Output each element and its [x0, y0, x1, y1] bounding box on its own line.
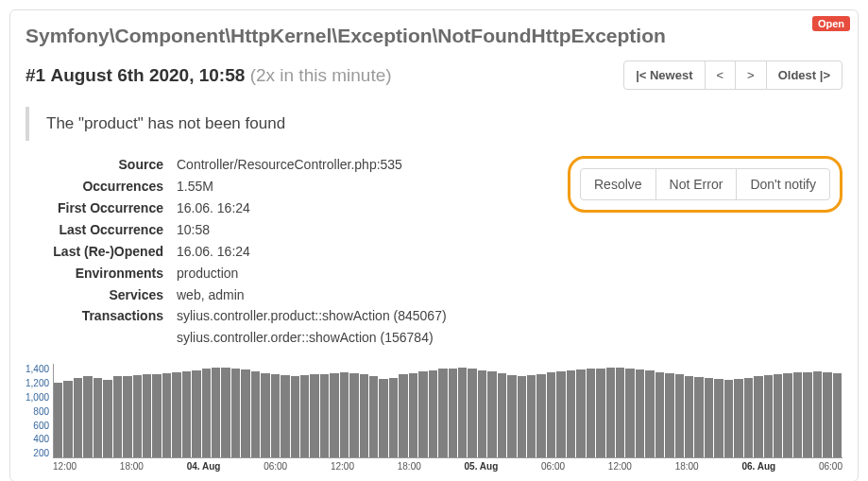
chart-y-axis: 1,4001,2001,000800600400200	[26, 364, 53, 458]
transactions-value-1: sylius.controller.product::showAction (8…	[177, 307, 447, 325]
y-tick: 400	[33, 434, 49, 444]
last-occurrence-value: 10:58	[177, 221, 210, 239]
chart-bar	[241, 369, 249, 457]
chart-bar	[527, 375, 536, 457]
x-tick: 04. Aug	[187, 461, 221, 472]
y-tick: 200	[33, 448, 49, 458]
chart-bar	[813, 371, 822, 457]
chart-bar	[547, 372, 555, 457]
chart-bar	[783, 373, 791, 457]
chart-bar	[587, 369, 595, 457]
x-tick: 18:00	[398, 461, 421, 472]
newest-button[interactable]: |< Newest	[623, 60, 705, 90]
chart-bar	[478, 370, 486, 457]
x-tick: 06:00	[264, 461, 287, 472]
chart-bar	[409, 373, 417, 457]
chart-bar	[625, 369, 634, 457]
source-label: Source	[26, 156, 177, 174]
chart-bar	[103, 380, 111, 458]
chart-bar	[143, 374, 151, 457]
chart-bar	[320, 374, 329, 457]
chart-bar	[429, 370, 437, 457]
chart-bar	[596, 369, 604, 457]
chart-bar	[418, 371, 427, 457]
transactions-value-2: sylius.controller.order::showAction (156…	[177, 329, 434, 347]
status-badge: Open	[812, 16, 850, 31]
chart-bar	[271, 374, 280, 457]
chart-bar	[152, 374, 161, 457]
detail-row: SourceController/ResourceController.php:…	[26, 156, 842, 351]
error-card: Open Symfony\Component\HttpKernel\Except…	[9, 9, 859, 481]
chart-bar	[694, 377, 703, 457]
chart-bar	[556, 371, 565, 457]
next-button[interactable]: >	[735, 60, 767, 90]
x-tick: 18:00	[120, 461, 144, 472]
chart-bar	[714, 379, 723, 457]
subhead-row: #1 August 6th 2020, 10:58 (2x in this mi…	[26, 60, 842, 90]
chart-bar	[300, 375, 309, 457]
chart-bar	[251, 371, 260, 457]
resolve-button[interactable]: Resolve	[580, 168, 656, 200]
occurrence-subhead: #1 August 6th 2020, 10:58 (2x in this mi…	[26, 65, 392, 86]
chart-bar	[74, 378, 82, 457]
chart-bar	[764, 375, 773, 457]
last-occurrence-label: Last Occurrence	[26, 221, 177, 239]
reopened-value: 16.06. 16:24	[177, 243, 250, 261]
source-value: Controller/ResourceController.php:535	[177, 156, 402, 174]
chart-bar	[63, 381, 72, 457]
first-occurrence-value: 16.06. 16:24	[177, 199, 250, 217]
chart-bar	[182, 371, 191, 457]
chart-bar	[754, 376, 762, 457]
dont-notify-button[interactable]: Don't notify	[736, 168, 830, 200]
y-tick: 1,000	[26, 392, 49, 403]
chart-bar	[310, 374, 318, 457]
chart-bar	[705, 378, 713, 457]
chart-bar	[498, 373, 506, 457]
x-tick: 06:00	[819, 461, 842, 472]
not-error-button[interactable]: Not Error	[655, 168, 738, 200]
exception-title: Symfony\Component\HttpKernel\Exception\N…	[26, 24, 842, 47]
y-tick: 1,400	[26, 364, 49, 374]
x-tick: 06:00	[541, 461, 565, 472]
chart-bar	[734, 379, 742, 457]
x-tick: 12:00	[53, 461, 77, 472]
x-tick: 12:00	[608, 461, 632, 472]
chart-bar	[536, 374, 545, 457]
chart-bar	[675, 374, 684, 457]
reopened-label: Last (Re-)Opened	[26, 243, 177, 261]
chart-bar	[281, 375, 289, 457]
chart-bar	[202, 369, 211, 457]
chart-bar	[458, 368, 467, 457]
chart-bar	[399, 374, 407, 457]
chart-bar	[606, 368, 615, 457]
chart-bar	[94, 378, 102, 457]
services-value: web, admin	[177, 286, 245, 304]
occurrence-chart: 1,4001,2001,000800600400200 12:0018:0004…	[26, 364, 842, 472]
chart-bar	[360, 374, 368, 457]
services-label: Services	[26, 286, 177, 304]
y-tick: 800	[33, 406, 49, 417]
chart-bar	[389, 378, 398, 457]
chart-bar	[349, 373, 358, 457]
chart-bar	[793, 372, 802, 457]
oldest-button[interactable]: Oldest |>	[766, 60, 842, 90]
chart-bar	[54, 383, 62, 457]
environments-label: Environments	[26, 265, 177, 283]
chart-bar	[823, 372, 831, 457]
chart-bar	[655, 372, 664, 457]
chart-bar	[261, 373, 269, 457]
chart-bar	[833, 373, 842, 457]
chart-bar	[507, 375, 516, 457]
action-group-highlight: Resolve Not Error Don't notify	[568, 156, 842, 213]
nav-group: |< Newest < > Oldest |>	[623, 60, 842, 90]
chart-bar	[123, 376, 131, 457]
prev-button[interactable]: <	[705, 60, 737, 90]
occurrence-count: (2x in this minute)	[250, 65, 392, 85]
chart-bar	[576, 369, 585, 457]
chart-bar	[449, 369, 457, 457]
chart-bar	[645, 370, 654, 457]
chart-bar	[133, 375, 142, 457]
chart-bar	[113, 376, 122, 457]
chart-bar	[172, 372, 180, 457]
transactions-label: Transactions	[26, 307, 177, 325]
